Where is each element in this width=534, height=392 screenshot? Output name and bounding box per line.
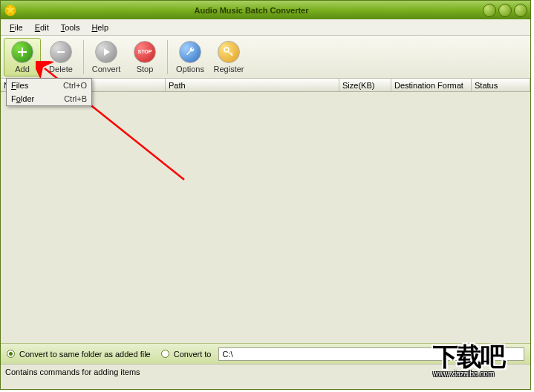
output-panel: Convert to same folder as added file Con… [1, 343, 530, 364]
plus-icon [11, 41, 33, 63]
menu-tools[interactable]: Tools [55, 21, 86, 34]
register-label: Register [214, 65, 244, 74]
stop-icon: STOP [134, 41, 156, 63]
col-size[interactable]: Size(KB) [339, 79, 391, 91]
play-icon [95, 41, 117, 63]
app-icon [4, 4, 17, 17]
maximize-button[interactable] [498, 4, 512, 17]
statusbar: Contains commands for adding items [1, 364, 530, 379]
shortcut-text: Ctrl+B [64, 94, 87, 103]
col-status[interactable]: Status [472, 79, 530, 91]
close-button[interactable] [514, 4, 527, 17]
col-path[interactable]: Path [166, 79, 339, 91]
convert-label: Convert [92, 65, 121, 74]
minus-icon [50, 41, 72, 63]
register-button[interactable]: Register [210, 38, 247, 76]
add-button[interactable]: Add [4, 38, 41, 76]
separator [83, 40, 84, 74]
key-icon [218, 41, 240, 63]
window-controls [483, 4, 527, 17]
output-path-input[interactable] [218, 347, 524, 361]
col-format[interactable]: Destination Format [391, 79, 472, 91]
add-label: Add [15, 65, 30, 74]
toolbar: Add Delete Convert STOP Stop Option [1, 36, 530, 79]
add-dropdown: Files Ctrl+O Folder Ctrl+B [6, 78, 92, 106]
shortcut-text: Ctrl+O [63, 81, 87, 90]
delete-button[interactable]: Delete [42, 38, 79, 76]
file-list[interactable] [1, 92, 530, 343]
menu-edit[interactable]: Edit [29, 21, 55, 34]
delete-label: Delete [49, 65, 73, 74]
separator [167, 40, 168, 74]
stop-button[interactable]: STOP Stop [126, 38, 163, 76]
titlebar[interactable]: Audio Music Batch Converter [1, 1, 530, 19]
convert-to-label: Convert to [174, 350, 212, 359]
same-folder-label: Convert to same folder as added file [19, 350, 151, 359]
wrench-icon [179, 41, 201, 63]
menu-file[interactable]: File [4, 21, 29, 34]
status-text: Contains commands for adding items [5, 368, 140, 376]
window-title: Audio Music Batch Converter [20, 6, 483, 15]
menubar: File Edit Tools Help [1, 19, 530, 36]
app-window: Audio Music Batch Converter File Edit To… [0, 0, 531, 390]
options-button[interactable]: Options [172, 38, 209, 76]
dropdown-folder[interactable]: Folder Ctrl+B [7, 92, 91, 105]
svg-rect-1 [57, 51, 65, 53]
convert-button[interactable]: Convert [88, 38, 125, 76]
dropdown-files[interactable]: Files Ctrl+O [7, 79, 91, 92]
options-label: Options [176, 65, 204, 74]
stop-label: Stop [137, 65, 154, 74]
menu-help[interactable]: Help [85, 21, 114, 34]
radio-convert-to[interactable] [161, 350, 169, 358]
radio-same-folder[interactable] [7, 350, 15, 358]
minimize-button[interactable] [483, 4, 496, 17]
